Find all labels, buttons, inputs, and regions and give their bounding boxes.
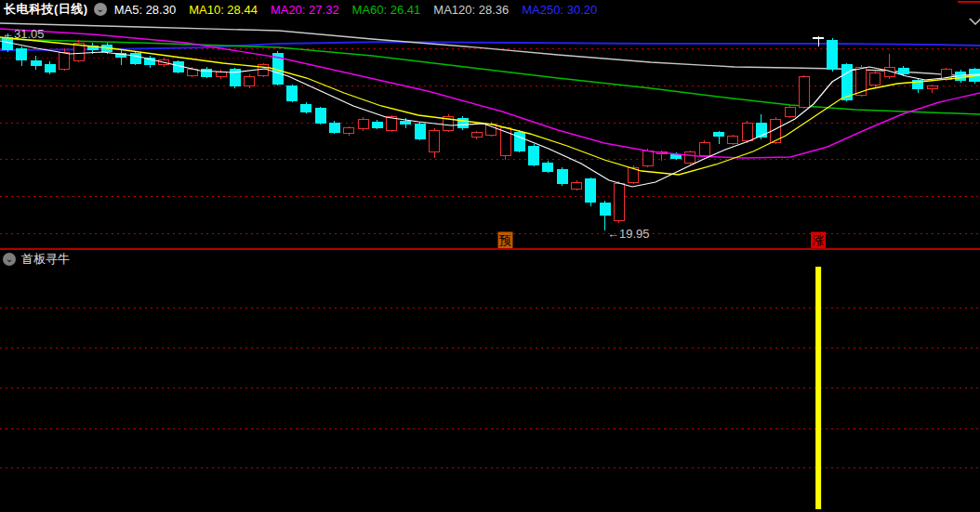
low-price-label: ←19.95 xyxy=(607,227,650,241)
indicator-chart[interactable] xyxy=(0,250,980,512)
candle-body xyxy=(572,182,582,189)
candle-body xyxy=(301,104,311,112)
high-price-label: ←31.05 xyxy=(2,27,45,41)
candle-body xyxy=(344,128,354,134)
candle-body xyxy=(699,142,709,155)
candle-body xyxy=(898,68,908,74)
candle-body xyxy=(17,49,27,59)
candle-body xyxy=(202,69,212,76)
ma5-label: MA5: 28.30 xyxy=(114,3,177,17)
candle-body xyxy=(387,117,397,130)
candle-body xyxy=(841,65,852,99)
corner-diamond-icon xyxy=(967,19,980,24)
candle-body xyxy=(586,179,596,202)
candle-body xyxy=(45,64,55,72)
candle-body xyxy=(728,137,738,143)
candle-body xyxy=(828,40,838,70)
candle-body xyxy=(543,163,553,171)
candle-body xyxy=(358,119,368,129)
candle-body xyxy=(870,72,881,85)
candle-body xyxy=(245,76,255,86)
candle-body xyxy=(927,86,937,88)
candle-body xyxy=(130,53,140,63)
ma60-label: MA60: 26.41 xyxy=(352,3,421,17)
candle-body xyxy=(685,152,695,163)
title-dropdown-icon[interactable]: ⌄ xyxy=(94,3,107,16)
ma250-label: MA250: 30.20 xyxy=(522,3,597,17)
indicator-name: 首板寻牛 xyxy=(21,251,70,268)
candle-body xyxy=(514,132,524,151)
candle-body xyxy=(714,133,724,137)
candle-body xyxy=(31,60,41,66)
candle-body xyxy=(799,77,809,107)
candle-body xyxy=(614,183,624,220)
candle-body xyxy=(401,121,411,125)
candle-body xyxy=(600,203,610,216)
candle-body xyxy=(785,107,795,116)
candle-body xyxy=(329,123,339,132)
ma10-label: MA10: 28.44 xyxy=(189,3,258,17)
candlestick-series xyxy=(3,33,980,230)
candle-body xyxy=(415,124,425,138)
indicator-header: ⌄ 首板寻牛 xyxy=(3,251,70,268)
ma20-label: MA20: 27.32 xyxy=(271,3,339,17)
candle-body xyxy=(529,146,539,164)
candle-body xyxy=(60,52,70,69)
candle-body xyxy=(742,123,752,141)
candle-body xyxy=(372,122,382,127)
event-tag-text: 预 xyxy=(498,233,511,247)
top-right-tick xyxy=(958,1,980,3)
candle-body xyxy=(287,86,298,100)
signal-bar xyxy=(815,267,821,509)
candle-body xyxy=(471,133,482,138)
kline-chart[interactable]: ←31.05←19.95预涨 xyxy=(0,19,980,248)
candle-body xyxy=(814,37,824,39)
ma120-label: MA120: 28.36 xyxy=(433,3,509,17)
indicator-gridlines xyxy=(0,308,980,467)
stock-title: 长电科技(日线) xyxy=(4,1,88,18)
candle-body xyxy=(557,169,567,184)
stock-app-window: 长电科技(日线) ⌄ MA5: 28.30 MA10: 28.44 MA20: … xyxy=(0,0,980,512)
candle-body xyxy=(642,151,653,165)
chart-title-bar: 长电科技(日线) ⌄ MA5: 28.30 MA10: 28.44 MA20: … xyxy=(0,0,980,19)
candle-body xyxy=(430,130,440,151)
price-gridlines xyxy=(0,48,980,233)
candle-body xyxy=(315,109,325,123)
indicator-dropdown-icon[interactable]: ⌄ xyxy=(3,253,16,266)
candle-body xyxy=(457,118,468,128)
event-tag-text: 涨 xyxy=(813,233,825,247)
